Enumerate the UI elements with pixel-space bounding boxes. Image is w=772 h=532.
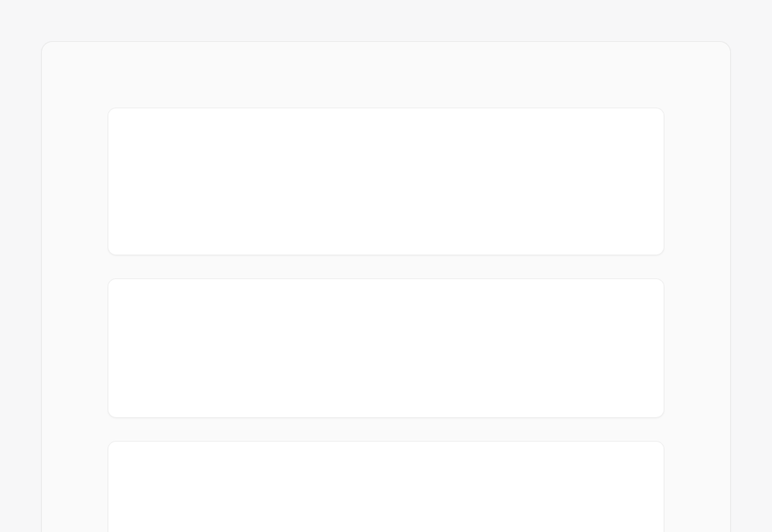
outer-container-card — [41, 41, 731, 532]
list-item — [108, 278, 664, 418]
list-item — [108, 441, 664, 532]
list-item — [108, 108, 664, 255]
